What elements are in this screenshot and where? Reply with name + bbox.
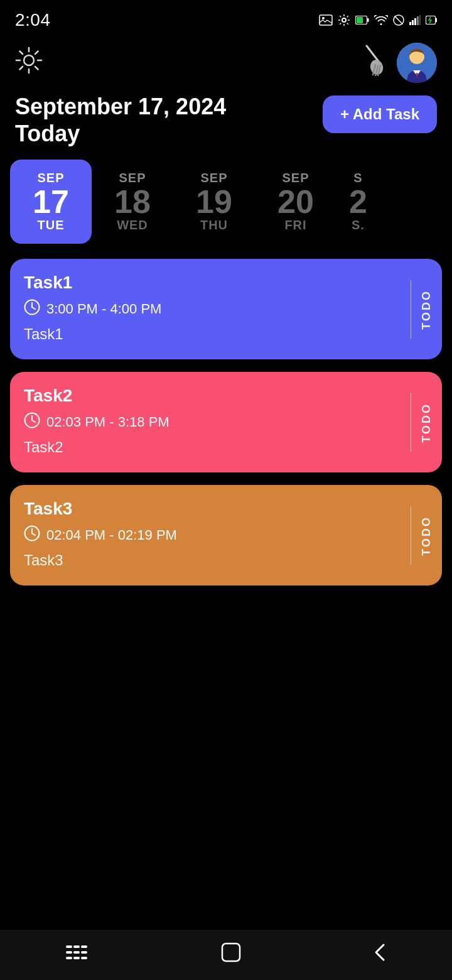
cal-weekday-2: THU [200,218,228,232]
image-icon [319,14,333,26]
header-today: Today [15,120,226,147]
svg-rect-43 [66,951,72,954]
svg-line-7 [395,16,403,24]
cal-num-1: 18 [114,185,151,218]
cal-weekday-4: S. [352,218,365,232]
svg-rect-10 [414,18,416,25]
nav-back-button[interactable] [374,942,386,962]
svg-rect-45 [81,951,87,954]
task2-divider [411,393,411,452]
avatar[interactable] [397,43,437,83]
task3-title: Task3 [24,499,411,519]
task1-title: Task1 [24,273,411,293]
broom-button[interactable] [359,45,387,82]
svg-rect-46 [66,957,72,959]
svg-rect-9 [412,20,414,25]
calendar-day-sep19[interactable]: SEP 19 THU [173,160,255,244]
status-time: 2:04 [15,10,51,30]
svg-line-22 [35,51,38,54]
svg-line-21 [35,67,38,70]
cal-num-3: 20 [277,185,314,218]
calendar-day-sep20[interactable]: SEP 20 FRI [255,160,336,244]
blocked-icon [393,14,404,26]
task1-status-label: TODO [420,290,433,330]
add-task-button[interactable]: + Add Task [323,95,437,133]
header-date-block: September 17, 2024 Today [15,93,226,147]
svg-rect-12 [419,15,421,25]
task-card-task2[interactable]: Task2 02:03 PM - 3:18 PM Task2 TODO [10,372,442,472]
task3-time-row: 02:04 PM - 02:19 PM [24,525,411,545]
top-bar-right [359,43,437,83]
task1-side: TODO [411,273,442,346]
task3-content: Task3 02:04 PM - 02:19 PM Task3 [24,499,411,572]
task1-clock-icon [24,299,40,319]
svg-line-36 [32,420,35,422]
svg-rect-4 [367,18,369,22]
svg-point-1 [322,17,325,19]
task2-time: 02:03 PM - 3:18 PM [46,414,170,430]
svg-rect-42 [81,945,87,948]
task3-side: TODO [411,499,442,572]
svg-rect-49 [222,944,240,961]
calendar-strip: SEP 17 TUE SEP 18 WED SEP 19 THU SEP 20 … [0,160,452,244]
svg-point-15 [24,55,34,65]
svg-line-20 [20,51,23,54]
svg-line-23 [20,67,23,70]
sun-icon[interactable] [15,46,43,80]
task2-clock-icon [24,412,40,432]
svg-point-2 [342,18,346,22]
svg-rect-44 [73,951,80,954]
svg-line-33 [32,307,35,309]
svg-rect-40 [66,945,72,948]
nav-home-button[interactable] [221,942,241,962]
task2-time-row: 02:03 PM - 3:18 PM [24,412,411,432]
task1-divider [411,280,411,339]
nav-bar [0,930,452,980]
svg-rect-14 [436,18,437,23]
svg-line-24 [367,46,379,62]
status-icons [319,14,437,26]
gear-icon [338,14,350,26]
header-date: September 17, 2024 [15,93,226,120]
status-bar: 2:04 [0,0,452,38]
svg-rect-11 [417,16,419,25]
calendar-day-sep21[interactable]: S 2 S. [336,160,380,244]
cal-num-2: 19 [196,185,232,218]
cal-num-0: 17 [33,185,69,218]
task3-clock-icon [24,525,40,545]
task-card-task1[interactable]: Task1 3:00 PM - 4:00 PM Task1 TODO [10,259,442,359]
task3-description: Task3 [24,552,411,569]
cal-weekday-1: WED [117,218,148,232]
svg-rect-8 [409,22,411,25]
svg-rect-5 [357,17,363,23]
task2-title: Task2 [24,386,411,406]
svg-rect-0 [320,15,332,25]
task3-divider [411,506,411,565]
nav-menu-button[interactable] [66,943,89,962]
calendar-day-sep18[interactable]: SEP 18 WED [92,160,173,244]
cal-num-4: 2 [349,185,367,218]
task1-time: 3:00 PM - 4:00 PM [46,301,161,317]
task1-description: Task1 [24,325,411,343]
task1-time-row: 3:00 PM - 4:00 PM [24,299,411,319]
tasks-container: Task1 3:00 PM - 4:00 PM Task1 TODO Task2 [0,259,452,585]
task2-status-label: TODO [420,403,433,443]
top-bar [0,38,452,93]
svg-rect-41 [73,945,80,948]
cal-weekday-3: FRI [284,218,306,232]
task-card-task3[interactable]: Task3 02:04 PM - 02:19 PM Task3 TODO [10,485,442,585]
battery-icon [355,16,369,24]
task1-content: Task1 3:00 PM - 4:00 PM Task1 [24,273,411,346]
calendar-day-sep17[interactable]: SEP 17 TUE [10,160,92,244]
task2-description: Task2 [24,438,411,456]
task3-status-label: TODO [420,516,433,556]
svg-rect-47 [73,957,80,959]
task2-content: Task2 02:03 PM - 3:18 PM Task2 [24,386,411,459]
cal-weekday-0: TUE [38,218,65,232]
header: September 17, 2024 Today + Add Task [0,93,452,160]
svg-rect-48 [81,957,87,959]
wifi-icon [374,15,388,25]
task3-time: 02:04 PM - 02:19 PM [46,527,177,543]
svg-line-39 [32,533,35,535]
task2-side: TODO [411,386,442,459]
